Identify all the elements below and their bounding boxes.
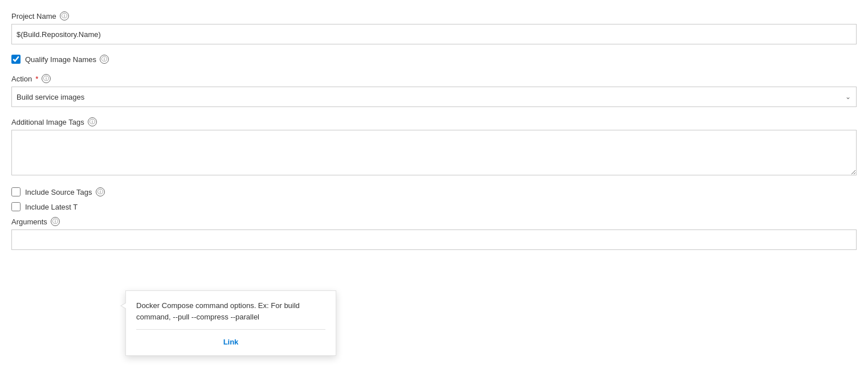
project-name-label: Project Name ⓘ	[11, 11, 857, 20]
tooltip-popup: Docker Compose command options. Ex: For …	[125, 290, 336, 356]
include-latest-tag-checkbox[interactable]	[11, 202, 21, 211]
additional-image-tags-info-icon[interactable]: ⓘ	[88, 117, 97, 126]
tooltip-text: Docker Compose command options. Ex: For …	[136, 300, 325, 322]
arguments-input[interactable]	[11, 229, 857, 250]
qualify-image-names-label: Qualify Image Names ⓘ	[25, 55, 109, 64]
project-name-label-text: Project Name	[11, 12, 56, 20]
qualify-image-names-checkbox[interactable]	[11, 55, 21, 64]
tooltip-link[interactable]: Link	[136, 335, 325, 348]
arguments-info-icon[interactable]: ⓘ	[51, 217, 60, 226]
action-info-icon[interactable]: ⓘ	[42, 74, 51, 83]
include-latest-tag-label: Include Latest T	[25, 203, 78, 211]
action-section: Action * ⓘ Build service images Push ser…	[11, 74, 857, 107]
additional-image-tags-label: Additional Image Tags ⓘ	[11, 117, 857, 126]
project-name-input[interactable]	[11, 24, 857, 44]
action-label: Action * ⓘ	[11, 74, 857, 83]
action-label-text: Action	[11, 75, 32, 83]
include-latest-tag-label-text: Include Latest T	[25, 203, 78, 211]
arguments-label: Arguments ⓘ	[11, 217, 857, 226]
additional-image-tags-label-text: Additional Image Tags	[11, 118, 84, 126]
arguments-section: Arguments ⓘ	[11, 217, 857, 250]
include-source-tags-label: Include Source Tags ⓘ	[25, 187, 105, 196]
qualify-image-names-info-icon[interactable]: ⓘ	[100, 55, 109, 64]
include-source-tags-row: Include Source Tags ⓘ	[11, 187, 857, 196]
action-select[interactable]: Build service images Push service images…	[11, 87, 857, 107]
include-source-tags-info-icon[interactable]: ⓘ	[96, 187, 105, 196]
include-source-tags-checkbox[interactable]	[11, 187, 21, 196]
include-source-tags-label-text: Include Source Tags	[25, 188, 92, 196]
action-required-marker: *	[35, 75, 38, 83]
project-name-info-icon[interactable]: ⓘ	[60, 11, 69, 20]
project-name-section: Project Name ⓘ	[11, 11, 857, 44]
qualify-image-names-row: Qualify Image Names ⓘ	[11, 55, 857, 64]
include-latest-tag-row: Include Latest T	[11, 202, 857, 211]
action-select-wrapper: Build service images Push service images…	[11, 87, 857, 107]
additional-image-tags-section: Additional Image Tags ⓘ	[11, 117, 857, 177]
additional-image-tags-textarea[interactable]	[11, 130, 857, 175]
qualify-image-names-label-text: Qualify Image Names	[25, 55, 96, 64]
arguments-label-text: Arguments	[11, 218, 47, 226]
tooltip-divider	[136, 329, 325, 330]
